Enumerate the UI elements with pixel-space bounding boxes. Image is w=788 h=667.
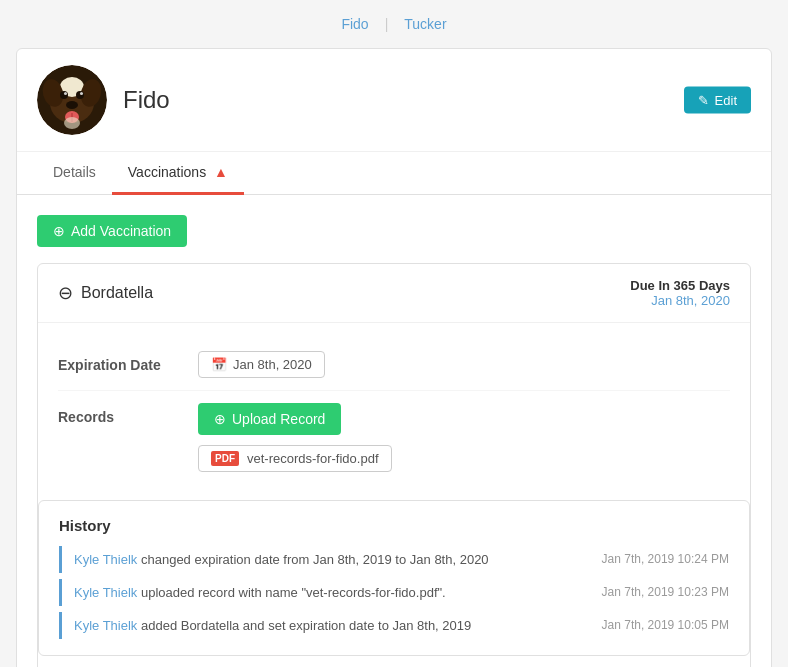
due-date: Jan 8th, 2020 — [630, 293, 730, 308]
vaccination-body: Expiration Date 📅 Jan 8th, 2020 Records — [38, 323, 750, 500]
date-badge[interactable]: 📅 Jan 8th, 2020 — [198, 351, 325, 378]
svg-point-5 — [60, 91, 68, 99]
vaccination-name: ⊖ Bordatella — [58, 282, 153, 304]
due-label: Due In 365 Days — [630, 278, 730, 293]
history-actor-0[interactable]: Kyle Thielk — [74, 552, 137, 567]
profile-card: Fido ✎ Edit Details Vaccinations ▲ ⊕ Add… — [16, 48, 772, 667]
due-info: Due In 365 Days Jan 8th, 2020 — [630, 278, 730, 308]
history-timestamp-0: Jan 7th, 2019 10:24 PM — [602, 552, 729, 566]
history-title: History — [59, 517, 729, 534]
upload-record-button[interactable]: ⊕ Upload Record — [198, 403, 341, 435]
history-item-1: Kyle Thielk uploaded record with name "v… — [59, 579, 729, 606]
warning-icon: ▲ — [214, 164, 228, 180]
history-actor-2[interactable]: Kyle Thielk — [74, 618, 137, 633]
history-timestamp-1: Jan 7th, 2019 10:23 PM — [602, 585, 729, 599]
records-label: Records — [58, 403, 198, 425]
history-text-1: Kyle Thielk uploaded record with name "v… — [74, 585, 586, 600]
history-detail-1: uploaded record with name "vet-records-f… — [137, 585, 445, 600]
records-row: Records ⊕ Upload Record PDF — [58, 391, 730, 484]
avatar — [37, 65, 107, 135]
upload-icon: ⊕ — [214, 411, 226, 427]
file-badge[interactable]: PDF vet-records-for-fido.pdf — [198, 445, 392, 472]
expiration-label: Expiration Date — [58, 351, 198, 373]
tab-vaccinations[interactable]: Vaccinations ▲ — [112, 152, 244, 195]
tab-details[interactable]: Details — [37, 152, 112, 195]
svg-point-6 — [76, 91, 84, 99]
expiration-date: Jan 8th, 2020 — [233, 357, 312, 372]
vaccination-header: ⊖ Bordatella Due In 365 Days Jan 8th, 20… — [38, 264, 750, 323]
add-vaccination-button[interactable]: ⊕ Add Vaccination — [37, 215, 187, 247]
svg-point-7 — [64, 92, 67, 95]
edit-icon: ✎ — [698, 93, 709, 108]
content-area: ⊕ Add Vaccination ⊖ Bordatella Due In 36… — [17, 195, 771, 667]
vaccination-record: ⊖ Bordatella Due In 365 Days Jan 8th, 20… — [37, 263, 751, 667]
profile-header: Fido ✎ Edit — [17, 49, 771, 152]
upload-record-label: Upload Record — [232, 411, 325, 427]
add-vaccination-label: Add Vaccination — [71, 223, 171, 239]
pet-name: Fido — [123, 86, 170, 114]
nav-tucker[interactable]: Tucker — [388, 12, 462, 36]
svg-point-9 — [66, 101, 78, 109]
history-text-2: Kyle Thielk added Bordatella and set exp… — [74, 618, 586, 633]
svg-point-8 — [80, 92, 83, 95]
history-actor-1[interactable]: Kyle Thielk — [74, 585, 137, 600]
svg-point-12 — [64, 117, 80, 129]
plus-icon: ⊕ — [53, 223, 65, 239]
file-name: vet-records-for-fido.pdf — [247, 451, 379, 466]
history-text-0: Kyle Thielk changed expiration date from… — [74, 552, 586, 567]
history-timestamp-2: Jan 7th, 2019 10:05 PM — [602, 618, 729, 632]
calendar-icon: 📅 — [211, 357, 227, 372]
history-item-2: Kyle Thielk added Bordatella and set exp… — [59, 612, 729, 639]
records-value: ⊕ Upload Record PDF vet-records-for-fido… — [198, 403, 730, 472]
collapse-icon[interactable]: ⊖ — [58, 282, 73, 304]
history-item-0: Kyle Thielk changed expiration date from… — [59, 546, 729, 573]
nav-fido[interactable]: Fido — [325, 12, 384, 36]
top-nav: Fido | Tucker — [0, 0, 788, 48]
expiration-date-row: Expiration Date 📅 Jan 8th, 2020 — [58, 339, 730, 391]
edit-button[interactable]: ✎ Edit — [684, 87, 751, 114]
history-section: History Kyle Thielk changed expiration d… — [38, 500, 750, 656]
expiration-value: 📅 Jan 8th, 2020 — [198, 351, 730, 378]
tab-bar: Details Vaccinations ▲ — [17, 152, 771, 195]
history-detail-2: added Bordatella and set expiration date… — [137, 618, 471, 633]
history-detail-0: changed expiration date from Jan 8th, 20… — [137, 552, 488, 567]
pdf-icon: PDF — [211, 451, 239, 466]
